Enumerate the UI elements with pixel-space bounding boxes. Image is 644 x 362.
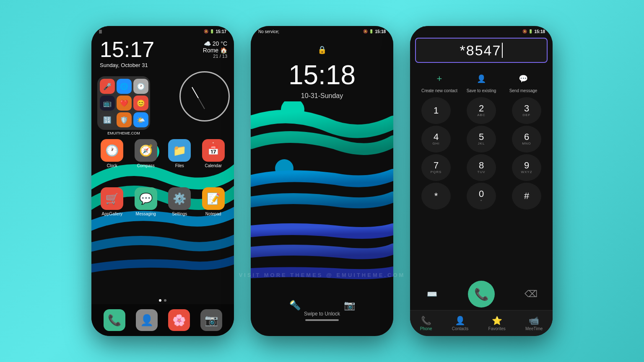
weather-temp: ☁️ 20 °C [203, 40, 227, 47]
send-message-btn[interactable]: 💬 Send message [504, 71, 542, 93]
settings-icon[interactable]: ⚙️ [168, 187, 191, 210]
camera-shortcut-icon[interactable]: 📷 [344, 300, 355, 311]
call-button[interactable]: 📞 [468, 281, 495, 308]
compass-label: Compass [137, 163, 155, 168]
app-icon-calculator[interactable]: 🔢 [100, 112, 115, 127]
key-star[interactable]: * [421, 183, 451, 209]
app-messaging[interactable]: 💬 Messaging [131, 187, 161, 216]
create-contact-btn[interactable]: + Create new contact [421, 71, 458, 93]
lock-big-time: 15:18 [251, 59, 393, 90]
key-5[interactable]: 5JKL [467, 126, 496, 153]
status-time-3: 15:18 [534, 29, 545, 34]
tab-meetime-label: MeeTime [525, 326, 543, 331]
dialer-number: *8547 [460, 42, 501, 59]
lock-time: 15:18 10-31-Sunday [251, 59, 393, 100]
battery-icon: 🔋 [210, 29, 214, 34]
call-row: ⌨️ 📞 ⌫ [414, 281, 548, 308]
status-bar-1: ||| 🔕 🔋 15:17 [91, 26, 234, 37]
key-8[interactable]: 8TUV [467, 154, 496, 181]
tab-contacts[interactable]: 👤 Contacts [452, 315, 468, 331]
tab-phone-label: Phone [420, 326, 432, 331]
notification-icon: 🔕 [204, 29, 208, 34]
key-3[interactable]: 3DEF [512, 97, 541, 124]
dialer-input-area[interactable]: *8547 [415, 38, 548, 63]
save-existing-label: Save to existing [467, 88, 496, 93]
clock-label: Clock [107, 163, 117, 168]
app-icon-voice[interactable]: 🎤 [100, 79, 115, 94]
appgallery-icon[interactable]: 🛒 [101, 187, 123, 210]
dock-phone[interactable]: 📞 [104, 309, 125, 331]
dock-photos[interactable]: 🌸 [168, 309, 190, 331]
key-2[interactable]: 2ABC [467, 97, 496, 124]
compass-needle [192, 87, 205, 109]
tab-meetime[interactable]: 📹 MeeTime [525, 315, 543, 331]
dock-camera[interactable]: 📷 [200, 309, 222, 331]
battery-icon-2: 🔋 [369, 29, 374, 34]
lock-wallpaper [251, 101, 393, 303]
lock-date: 10-31-Sunday [251, 92, 393, 100]
app-icon-shield[interactable]: 🛡️ [117, 112, 132, 127]
carrier-label: No service; [258, 29, 279, 34]
weather-location: Rome 🏠 [203, 47, 227, 54]
app-grid: 🕐 Clock 🧭 Compass 📁 Files ▪️ 📅 Calen [97, 139, 228, 168]
tab-favorites[interactable]: ⭐ Favorites [488, 315, 506, 331]
create-contact-label: Create new contact [421, 88, 457, 93]
app-icon-clock[interactable]: 🕐 [133, 79, 148, 94]
svg-point-1 [281, 101, 304, 122]
files-icon[interactable]: 📁 [168, 139, 191, 162]
notepad-icon[interactable]: 📝 [202, 187, 225, 210]
dialer-tabs: 📞 Phone 👤 Contacts ⭐ Favorites 📹 MeeTime [410, 310, 553, 336]
calendar-icon[interactable]: ▪️ 📅 [202, 139, 225, 162]
status-time-2: 15:18 [375, 29, 386, 34]
delete-button[interactable]: ⌫ [522, 285, 540, 303]
app-settings[interactable]: ⚙️ Settings [165, 187, 195, 216]
status-icons-2: 🔕 🔋 15:18 [363, 29, 386, 34]
app-notepad[interactable]: 📝 Notepad [199, 187, 229, 216]
key-7[interactable]: 7PQRS [421, 154, 451, 181]
app-icon-appletv[interactable]: 📺 [100, 96, 115, 111]
clock-icon[interactable]: 🕐 [101, 139, 123, 162]
compass-widget[interactable] [179, 71, 230, 122]
mute-icon: 🔕 [363, 29, 368, 34]
save-existing-btn[interactable]: 👤 Save to existing [462, 71, 500, 93]
tab-favorites-icon: ⭐ [492, 315, 502, 326]
key-4[interactable]: 4GHI [421, 126, 451, 153]
keypad-toggle-btn[interactable]: ⌨️ [423, 285, 441, 303]
key-1[interactable]: 1 [421, 97, 451, 124]
compass-icon[interactable]: 🧭 [135, 139, 157, 162]
app-icon-facetime[interactable]: 😊 [133, 96, 148, 111]
key-9[interactable]: 9WXYZ [512, 154, 541, 181]
key-hash[interactable]: # [512, 183, 541, 209]
key-0[interactable]: 0+ [467, 183, 496, 209]
messaging-label: Messaging [136, 212, 156, 216]
tab-meetime-icon: 📹 [529, 315, 539, 326]
app-files[interactable]: 📁 Files [165, 139, 195, 168]
app-calendar[interactable]: ▪️ 📅 Calendar [199, 139, 229, 168]
dot-1 [159, 299, 161, 302]
app-grid-2: 🛒 AppGallery 💬 Messaging ⚙️ Settings 📝 N… [97, 187, 228, 216]
messaging-icon[interactable]: 💬 [135, 187, 157, 210]
home-time: 15:17 [100, 39, 154, 60]
dock-contacts[interactable]: 👤 [136, 309, 158, 331]
svg-point-2 [275, 159, 293, 178]
apps-folder-area: 🎤 🌐 🕐 📺 ❤️ 😊 🔢 🛡️ 🌤️ EMUITHEME.COM [97, 76, 150, 135]
app-icon-weather[interactable]: 🌤️ [133, 112, 148, 127]
page-dots [91, 299, 234, 302]
app-clock[interactable]: 🕐 Clock [97, 139, 127, 168]
files-label: Files [175, 163, 184, 168]
app-icon-loveit[interactable]: ❤️ [117, 96, 132, 111]
key-6[interactable]: 6MNO [512, 126, 541, 153]
status-bar-3: 🔕 🔋 15:18 [410, 26, 553, 37]
app-folder[interactable]: 🎤 🌐 🕐 📺 ❤️ 😊 🔢 🛡️ 🌤️ [97, 76, 150, 130]
keypad: 1 2ABC 3DEF 4GHI 5JKL 6MNO 7PQRS 8TUV 9W… [414, 97, 548, 209]
flashlight-icon[interactable]: 🔦 [289, 300, 301, 311]
appgallery-label: AppGallery [102, 212, 122, 216]
tab-favorites-label: Favorites [488, 326, 506, 331]
phone-2-lock: No service; 🔕 🔋 15:18 🔒 15:18 10-31-Sund… [251, 26, 393, 336]
app-compass[interactable]: 🧭 Compass [131, 139, 161, 168]
swipe-bar [305, 319, 339, 321]
app-icon-browser[interactable]: 🌐 [117, 79, 132, 94]
app-appgallery[interactable]: 🛒 AppGallery [97, 187, 127, 216]
phone-3-dialer: 🔕 🔋 15:18 *8547 + Create new contact 👤 S [410, 26, 553, 336]
tab-phone[interactable]: 📞 Phone [420, 315, 432, 331]
